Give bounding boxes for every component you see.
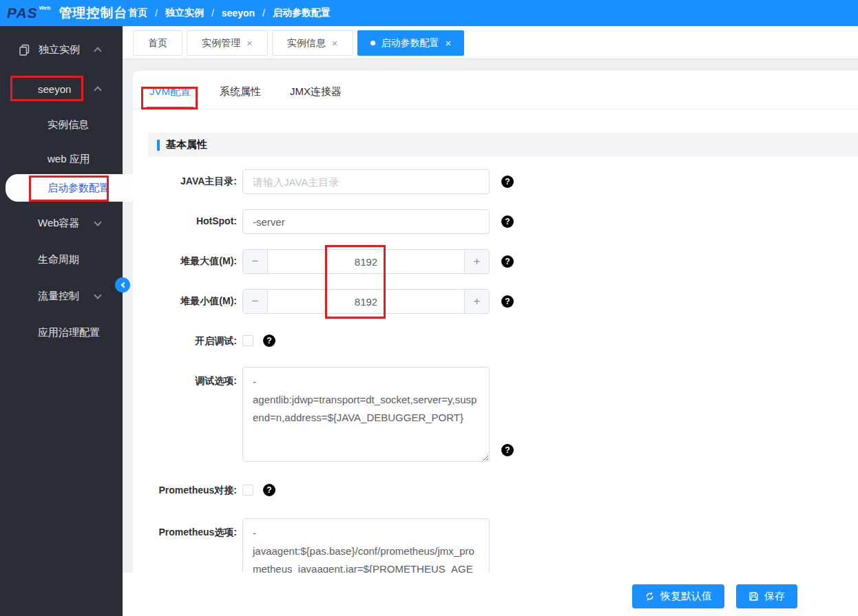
breadcrumb-item-startparams[interactable]: 启动参数配置 (273, 7, 331, 19)
debug-options-label: 调试选项: (133, 375, 237, 387)
hotspot-input[interactable] (242, 209, 490, 234)
sidebar-item-label: 独立实例 (39, 43, 80, 56)
button-label: 恢复默认值 (660, 590, 712, 603)
sidebar-item-label: seeyon (38, 83, 71, 95)
window-tab-bar: 首页 实例管理 × 实例信息 × 启动参数配置 × (123, 26, 858, 59)
heap-max-stepper: − + (242, 249, 490, 274)
close-icon[interactable]: × (247, 38, 253, 48)
plus-button[interactable]: + (464, 290, 489, 313)
tab-label: 实例信息 (287, 37, 326, 50)
prometheus-enable-checkbox[interactable] (242, 485, 253, 496)
tab-startup-params[interactable]: 启动参数配置 × (357, 30, 465, 56)
breadcrumb-item-instances[interactable]: 独立实例 (165, 7, 204, 19)
minus-button[interactable]: − (243, 250, 268, 273)
breadcrumb-item-seeyon[interactable]: seeyon (222, 8, 255, 19)
app-title: 管理控制台 (59, 4, 127, 22)
tab-label: JMX连接器 (290, 85, 342, 98)
java-home-label: JAVA主目录: (133, 176, 237, 188)
chevron-up-icon (94, 86, 101, 94)
heap-max-label: 堆最大值(M): (133, 255, 237, 268)
help-icon[interactable]: ? (501, 176, 514, 188)
sidebar-item-standalone-instance[interactable]: 独立实例 (0, 40, 123, 59)
content-area: JVM配置 系统属性 JMX连接器 基本属性 JAVA主目录: ? HotSpo… (123, 59, 858, 573)
app-logo[interactable]: PAS Web (7, 1, 50, 25)
help-icon[interactable]: ? (501, 215, 514, 228)
config-tab-bar: JVM配置 系统属性 JMX连接器 (133, 71, 858, 109)
tab-label: 实例管理 (202, 37, 240, 50)
section-accent-bar (157, 140, 160, 151)
chevron-down-icon (94, 291, 101, 299)
restore-defaults-button[interactable]: 恢复默认值 (632, 584, 724, 608)
sidebar-item-label: web 应用 (48, 153, 90, 166)
breadcrumb-separator: / (155, 8, 158, 19)
debug-enable-checkbox[interactable] (242, 335, 253, 346)
sidebar-item-label: 流量控制 (38, 290, 79, 303)
logo-superscript: Web (39, 5, 51, 11)
chevron-left-icon (121, 282, 126, 288)
section-title: 基本属性 (166, 138, 207, 151)
help-icon[interactable]: ? (263, 484, 275, 496)
action-footer: 恢复默认值 保存 (123, 573, 858, 616)
tab-label: 启动参数配置 (381, 37, 439, 50)
help-icon[interactable]: ? (501, 255, 514, 268)
page: PAS Web 管理控制台 首页 / 独立实例 / seeyon / 启动参数配… (0, 0, 858, 616)
refresh-icon (645, 591, 655, 602)
content-card: JVM配置 系统属性 JMX连接器 基本属性 JAVA主目录: ? HotSpo… (133, 71, 858, 573)
tab-label: 首页 (148, 37, 167, 50)
tab-system-properties[interactable]: 系统属性 (217, 71, 264, 109)
close-icon[interactable]: × (332, 38, 338, 48)
tab-label: 系统属性 (220, 85, 261, 98)
breadcrumb: 首页 / 独立实例 / seeyon / 启动参数配置 (128, 0, 331, 26)
chevron-up-icon (94, 47, 101, 54)
prometheus-enable-label: Prometheus对接: (133, 485, 237, 497)
sidebar-item-label: Web容器 (38, 217, 80, 230)
sidebar-item-web-app[interactable]: web 应用 (0, 149, 123, 169)
save-button[interactable]: 保存 (736, 584, 797, 608)
plus-button[interactable]: + (464, 250, 489, 273)
debug-enable-label: 开启调试: (133, 335, 237, 348)
chevron-down-icon (94, 218, 101, 226)
breadcrumb-separator: / (262, 8, 265, 19)
sidebar-item-traffic-control[interactable]: 流量控制 (0, 286, 123, 306)
heap-min-input[interactable] (268, 290, 464, 313)
hotspot-label: HotSpot: (133, 215, 237, 226)
sidebar-item-label: 启动参数配置 (48, 182, 109, 195)
document-icon (19, 44, 30, 56)
sidebar-item-instance-info[interactable]: 实例信息 (0, 115, 123, 134)
sidebar-item-seeyon[interactable]: seeyon (0, 79, 123, 98)
heap-max-input[interactable] (268, 250, 464, 273)
prometheus-options-textarea[interactable]: -javaagent:${pas.base}/conf/prometheus/j… (242, 518, 490, 573)
tab-instance-management[interactable]: 实例管理 × (187, 30, 268, 56)
app-header: PAS Web 管理控制台 首页 / 独立实例 / seeyon / 启动参数配… (0, 0, 858, 26)
sidebar-item-lifecycle[interactable]: 生命周期 (0, 250, 123, 269)
save-icon (749, 591, 759, 602)
active-tab-dot-icon (370, 41, 375, 45)
minus-button[interactable]: − (243, 290, 268, 313)
tab-jmx-connector[interactable]: JMX连接器 (287, 71, 344, 109)
tab-label: JVM配置 (149, 85, 191, 98)
breadcrumb-item-home[interactable]: 首页 (128, 7, 147, 19)
prometheus-options-label: Prometheus选项: (133, 527, 237, 539)
close-icon[interactable]: × (446, 38, 452, 48)
sidebar-item-label: 生命周期 (38, 253, 79, 266)
help-icon[interactable]: ? (263, 334, 275, 347)
sidebar-item-label: 实例信息 (48, 118, 89, 131)
tab-instance-info[interactable]: 实例信息 × (272, 30, 353, 56)
button-label: 保存 (764, 590, 785, 603)
tab-jvm-config[interactable]: JVM配置 (147, 71, 193, 109)
section-basic-properties: 基本属性 (148, 133, 858, 157)
java-home-input[interactable] (242, 169, 490, 194)
heap-min-label: 堆最小值(M): (133, 295, 237, 308)
sidebar-collapse-button[interactable] (115, 277, 130, 293)
help-icon[interactable]: ? (501, 295, 514, 308)
breadcrumb-separator: / (211, 8, 214, 19)
tab-home[interactable]: 首页 (133, 30, 182, 56)
logo-text: PAS (7, 1, 38, 25)
sidebar-item-web-container[interactable]: Web容器 (0, 213, 123, 233)
debug-options-textarea[interactable]: -agentlib:jdwp=transport=dt_socket,serve… (242, 367, 490, 462)
heap-min-stepper: − + (242, 289, 490, 314)
sidebar-item-label: 应用治理配置 (38, 326, 100, 339)
help-icon[interactable]: ? (501, 444, 514, 456)
sidebar-item-startup-params-active[interactable]: 启动参数配置 (6, 174, 133, 202)
sidebar-item-app-governance[interactable]: 应用治理配置 (0, 323, 123, 342)
